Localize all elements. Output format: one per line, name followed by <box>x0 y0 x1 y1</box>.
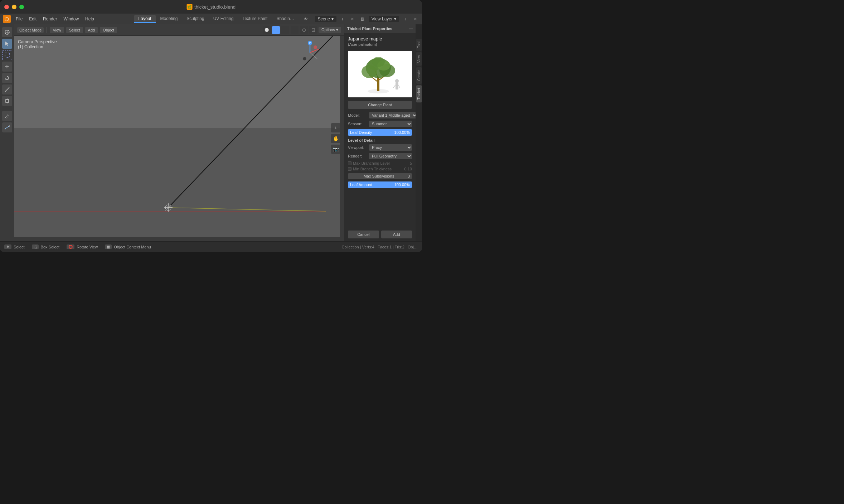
plant-latin: (Acer palmatum) <box>344 42 416 49</box>
max-branching-row: Max Branching Level 5 <box>344 160 416 166</box>
rotate-label: Rotate View <box>77 245 98 249</box>
svg-line-27 <box>310 53 317 59</box>
tab-view[interactable]: View <box>416 52 422 66</box>
svg-point-42 <box>372 57 385 67</box>
box-select-label: Box Select <box>41 245 60 249</box>
status-context: ▦ Object Context Menu <box>105 244 151 249</box>
minimize-button[interactable] <box>12 5 16 9</box>
change-plant-button[interactable]: Change Plant <box>348 101 412 109</box>
scene-add-btn[interactable]: + <box>339 15 346 23</box>
object-mode-dropdown[interactable]: Object Mode <box>17 27 44 33</box>
model-dropdown[interactable]: Variant 1 Middle-aged <box>369 112 416 118</box>
content-row: ✛ Object Mode Vi <box>0 24 422 241</box>
leaf-amount-bar[interactable]: Leaf Amount 100.00% <box>348 181 412 188</box>
tab-thicket[interactable]: Thicket <box>416 85 422 102</box>
move-tool-btn[interactable]: ✛ <box>2 62 12 72</box>
viewport-canvas[interactable]: Camera Perspective (1) Collection <box>14 36 344 241</box>
scene-icon-btn[interactable]: 👁 <box>302 15 310 23</box>
min-branch-value: 0.10 <box>404 167 412 171</box>
season-dropdown[interactable]: Summer Spring Autumn Winter <box>369 121 412 127</box>
status-box-select: ⬚ Box Select <box>32 244 60 249</box>
left-toolbar: ✛ <box>0 24 14 241</box>
maximize-button[interactable] <box>19 5 24 9</box>
svg-rect-4 <box>5 53 9 57</box>
tab-modeling[interactable]: Modeling <box>156 15 182 23</box>
select-tool-btn[interactable] <box>2 39 12 49</box>
viewport-upper-bg <box>14 36 344 128</box>
panel-header: Thicket Plant Properties — <box>344 24 416 33</box>
max-subdiv-label: Max Subdivisions <box>364 174 394 178</box>
viewport-camera-label: Camera Perspective (1) Collection <box>18 39 57 49</box>
transform-tool-btn[interactable] <box>2 96 12 106</box>
object-menu-btn[interactable]: Object <box>100 27 117 33</box>
viewport-shading-render[interactable] <box>291 26 299 34</box>
viewport-icon-1[interactable]: ⚪ <box>263 26 271 34</box>
add-menu-btn[interactable]: Add <box>85 27 98 33</box>
svg-rect-10 <box>6 100 9 102</box>
view-layer-close-btn[interactable]: ✕ <box>411 15 419 23</box>
menu-edit[interactable]: Edit <box>26 15 39 23</box>
tab-create[interactable]: Create <box>416 67 422 84</box>
annotate-tool-btn[interactable] <box>2 111 12 121</box>
leaf-amount-label: Leaf Amount <box>350 183 372 187</box>
menu-file[interactable]: File <box>13 15 25 23</box>
tab-sculpting[interactable]: Sculpting <box>182 15 208 23</box>
viewport-gizmo[interactable]: Z <box>297 40 322 66</box>
leaf-amount-value: 100.00% <box>394 183 410 187</box>
leaf-density-bar[interactable]: Leaf Density 100.00% <box>348 129 412 136</box>
viewport-lod-dropdown[interactable]: Proxy Full Geometry <box>369 144 412 151</box>
max-subdiv-field[interactable]: Max Subdivisions 3 <box>348 173 412 179</box>
select-menu-btn[interactable]: Select <box>66 27 83 33</box>
plant-name: Japanese maple <box>344 33 416 42</box>
svg-rect-33 <box>377 77 379 91</box>
box-select-tool-btn[interactable] <box>2 50 12 60</box>
render-lod-dropdown[interactable]: Full Geometry Proxy <box>369 153 412 159</box>
measure-tool-btn[interactable] <box>2 122 12 132</box>
panel-collapse-icon[interactable]: — <box>409 26 413 31</box>
scene-selector[interactable]: Scene ▾ <box>315 16 336 22</box>
view-menu-btn[interactable]: View <box>50 27 64 33</box>
scale-tool-btn[interactable] <box>2 84 12 94</box>
max-subdiv-row: Max Subdivisions 3 <box>344 173 416 180</box>
menu-window[interactable]: Window <box>60 15 82 23</box>
min-branch-checkbox[interactable] <box>348 167 351 171</box>
max-branching-label: Max Branching Level <box>353 161 390 165</box>
rotate-tool-btn[interactable] <box>2 73 12 83</box>
viewport-bottom-scrollbar[interactable] <box>14 237 340 241</box>
tab-texture-paint[interactable]: Texture Paint <box>238 15 272 23</box>
box-select-icon: ⬚ <box>32 244 39 249</box>
options-btn[interactable]: Options ▾ <box>319 27 341 33</box>
zoom-in-btn[interactable]: + <box>331 123 340 132</box>
viewport-overlay[interactable]: ⊙ <box>300 26 308 34</box>
min-branch-row: Min Branch Thickness 0.10 <box>344 166 416 172</box>
blender-logo-btn[interactable]: ⬡ <box>3 15 11 23</box>
max-branching-checkbox[interactable] <box>348 161 351 165</box>
viewport-right-scrollbar[interactable] <box>340 36 344 241</box>
view-layer-selector[interactable]: View Layer ▾ <box>369 16 399 22</box>
viewport-shading-material[interactable] <box>281 26 289 34</box>
tab-layout[interactable]: Layout <box>134 15 156 23</box>
viewport-xray[interactable]: ⊡ <box>309 26 317 34</box>
cancel-button[interactable]: Cancel <box>348 231 379 238</box>
menu-help[interactable]: Help <box>82 15 97 23</box>
separator <box>47 27 47 33</box>
close-button[interactable] <box>4 5 9 9</box>
add-button[interactable]: Add <box>381 231 412 238</box>
menu-render[interactable]: Render <box>40 15 60 23</box>
viewport-lod-row: Viewport: Proxy Full Geometry <box>344 143 416 152</box>
view-layer-icon[interactable]: 🖼 <box>359 15 367 23</box>
stats-text: Collection | Verts:4 | Faces:1 | Tris:2 … <box>341 245 418 249</box>
tab-uv-editing[interactable]: UV Editing <box>209 15 238 23</box>
context-icon: ▦ <box>105 244 112 249</box>
camera-btn[interactable]: 📷 <box>331 145 340 154</box>
svg-point-29 <box>303 57 306 60</box>
cursor-tool-btn[interactable] <box>2 27 12 37</box>
viewport-shading-solid[interactable] <box>272 26 280 34</box>
tab-shading[interactable]: Shadin… <box>272 15 298 23</box>
status-select: 🖱 Select <box>4 244 25 249</box>
pan-btn[interactable]: ✋ <box>331 134 340 143</box>
scene-close-btn[interactable]: ✕ <box>349 15 356 23</box>
workspace-tabs: Layout Modeling Sculpting UV Editing Tex… <box>134 15 299 23</box>
view-layer-add-btn[interactable]: + <box>401 15 409 23</box>
tab-tool[interactable]: Tool <box>416 39 422 51</box>
